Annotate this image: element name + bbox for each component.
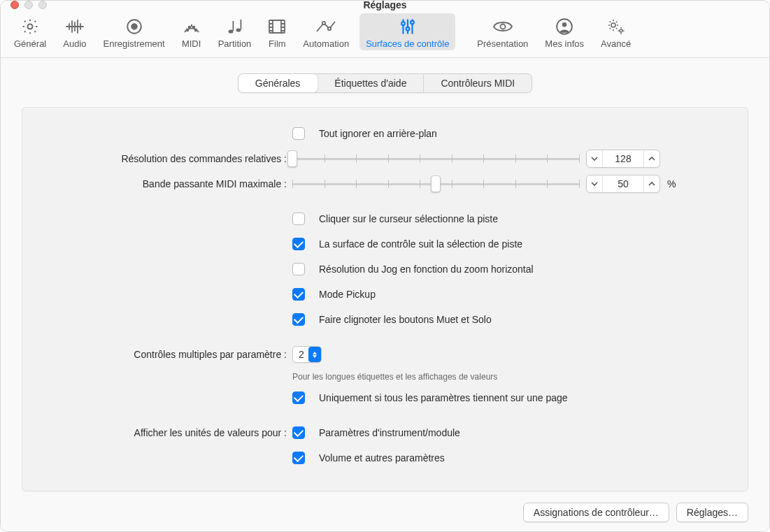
settings-window: Réglages Général [0, 0, 770, 532]
toolbar-film[interactable]: Film [262, 13, 292, 50]
tab-help-tags[interactable]: Étiquettes d'aide [318, 74, 424, 92]
label-flash-mute-solo: Faire clignoter les boutons Muet et Solo [319, 314, 492, 325]
toolbar: Général Audio En [1, 9, 769, 58]
select-value: 2 [299, 349, 304, 360]
label-only-if-fit: Uniquement si tous les paramètres tienne… [319, 392, 568, 403]
svg-point-0 [28, 24, 33, 29]
subtabs: Générales Étiquettes d'aide Contrôleurs … [238, 73, 533, 93]
svg-point-8 [131, 24, 137, 29]
automation-icon [315, 16, 336, 37]
gear-icon [21, 16, 39, 37]
svg-point-34 [411, 21, 414, 24]
stepper-relative-resolution[interactable]: 128 [586, 150, 660, 168]
label-follows-track: La surface de contrôle suit la sélection… [319, 238, 522, 250]
label-volume-params: Volume et autres paramètres [319, 452, 445, 463]
label-click-fader: Cliquer sur le curseur sélectionne la pi… [319, 213, 498, 224]
svg-point-39 [620, 29, 622, 32]
person-circle-icon [555, 16, 573, 37]
footer: Assignations de contrôleur… Réglages… [22, 491, 748, 522]
toolbar-my-info[interactable]: Mes infos [539, 13, 590, 50]
checkbox-instrument-params[interactable] [292, 426, 305, 439]
controller-assignments-button[interactable]: Assignations de contrôleur… [523, 503, 669, 522]
svg-point-28 [328, 27, 331, 30]
label-midi-bandwidth: Bande passante MIDI maximale : [41, 178, 292, 189]
label-bypass-background: Tout ignorer en arrière-plan [319, 128, 437, 139]
svg-point-37 [562, 22, 567, 27]
label-instrument-params: Paramètres d'instrument/module [319, 427, 460, 438]
window-title: Réglages [1, 0, 769, 10]
label-jog-zoom: Résolution du Jog en fonction du zoom ho… [319, 264, 534, 275]
svg-point-14 [228, 29, 233, 33]
toolbar-midi[interactable]: MIDI [176, 13, 208, 50]
svg-rect-17 [240, 20, 241, 29]
checkbox-flash-mute-solo[interactable] [292, 313, 305, 326]
sliders-icon [399, 16, 417, 37]
chevron-up-icon[interactable] [644, 180, 660, 187]
toolbar-control-surfaces[interactable]: Surfaces de contrôle [359, 13, 455, 50]
checkbox-volume-params[interactable] [292, 452, 305, 464]
toolbar-recording[interactable]: Enregistrement [97, 13, 171, 50]
settings-panel: Tout ignorer en arrière-plan Résolution … [22, 107, 748, 491]
settings-button[interactable]: Réglages… [676, 503, 748, 522]
svg-point-16 [236, 28, 241, 31]
label-show-units: Afficher les unités de valeurs pour : [41, 427, 292, 438]
slider-midi-bandwidth[interactable] [292, 177, 579, 191]
hint-multiple-controls: Pour les longues étiquettes et les affic… [292, 372, 497, 382]
label-pickup-mode: Mode Pickup [319, 289, 376, 300]
notes-icon [225, 16, 245, 37]
select-multiple-controls[interactable]: 2 [292, 346, 322, 363]
svg-rect-15 [232, 21, 234, 31]
checkbox-bypass-background[interactable] [292, 127, 305, 140]
unit-percent: % [667, 178, 676, 189]
waveform-icon [65, 16, 85, 37]
slider-relative-resolution[interactable] [292, 152, 579, 166]
toolbar-automation[interactable]: Automation [297, 13, 355, 50]
toolbar-general[interactable]: Général [8, 13, 52, 50]
svg-point-35 [500, 24, 505, 29]
svg-rect-13 [191, 24, 192, 27]
record-icon [125, 16, 143, 37]
chevron-down-icon[interactable] [587, 180, 602, 187]
checkbox-pickup-mode[interactable] [292, 288, 305, 301]
svg-point-11 [192, 27, 194, 29]
stepper-midi-bandwidth[interactable]: 50 [586, 175, 660, 193]
toolbar-score[interactable]: Partition [212, 13, 258, 50]
checkbox-follows-track[interactable] [292, 238, 305, 250]
eye-icon [492, 16, 513, 37]
midi-icon [182, 16, 201, 37]
tab-generales[interactable]: Générales [238, 74, 318, 92]
checkbox-jog-zoom[interactable] [292, 263, 305, 275]
toolbar-display[interactable]: Présentation [471, 13, 534, 50]
value-relative-resolution: 128 [602, 150, 644, 167]
chevron-up-icon[interactable] [644, 155, 660, 162]
tab-midi-controllers[interactable]: Contrôleurs MIDI [424, 74, 532, 92]
svg-point-9 [186, 29, 188, 31]
checkbox-click-fader[interactable] [292, 213, 305, 225]
chevron-down-icon[interactable] [587, 155, 602, 162]
svg-point-10 [188, 27, 190, 29]
checkbox-only-if-fit[interactable] [292, 391, 305, 404]
label-relative-resolution: Résolution des commandes relatives : [41, 153, 292, 164]
label-multiple-controls: Contrôles multiples par paramètre : [41, 349, 292, 360]
chevron-updown-icon [308, 347, 321, 362]
toolbar-audio[interactable]: Audio [57, 13, 92, 50]
film-icon [268, 16, 286, 37]
svg-point-27 [322, 22, 325, 24]
svg-point-32 [401, 22, 405, 25]
svg-point-12 [194, 29, 197, 31]
toolbar-advanced[interactable]: Avancé [594, 13, 637, 50]
value-midi-bandwidth: 50 [602, 175, 644, 192]
gears-icon [606, 16, 627, 37]
svg-point-33 [406, 27, 409, 31]
titlebar: Réglages [1, 1, 769, 9]
svg-point-38 [611, 23, 615, 27]
